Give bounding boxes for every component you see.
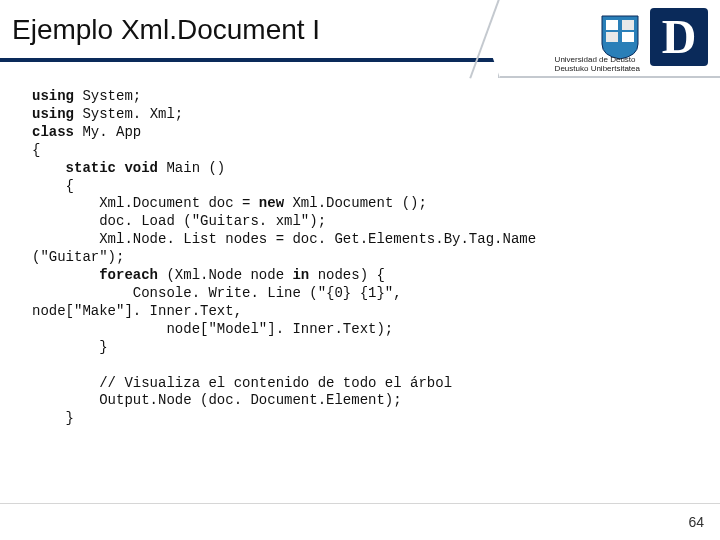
code-l7c: Xml.Document ();	[284, 195, 427, 211]
kw-class: class	[32, 124, 74, 140]
code-l12: node["Model"]. Inner.Text);	[32, 321, 393, 337]
code-l11: Console. Write. Line ("{0} {1}",	[32, 285, 402, 301]
code-l16: }	[32, 410, 74, 426]
kw-using-2: using	[32, 106, 74, 122]
shield-icon	[600, 14, 640, 60]
kw-new: new	[259, 195, 284, 211]
slide-title: Ejemplo Xml.Document I	[12, 14, 320, 46]
kw-static-void: static void	[32, 160, 158, 176]
code-l15: Output.Node (doc. Document.Element);	[32, 392, 402, 408]
code-l2: System. Xml;	[74, 106, 183, 122]
logo-tab: D Universidad de Deusto Deustuko Unibert…	[498, 0, 720, 78]
logo-text: Universidad de Deusto Deustuko Unibertsi…	[555, 56, 640, 74]
kw-in: in	[292, 267, 309, 283]
code-l8: doc. Load ("Guitars. xml");	[32, 213, 326, 229]
page-number: 64	[688, 514, 704, 530]
code-l11b: node["Make"]. Inner.Text,	[32, 303, 242, 319]
code-block: using System; using System. Xml; class M…	[32, 88, 688, 428]
code-l3: My. App	[74, 124, 141, 140]
code-l9b: ("Guitar");	[32, 249, 124, 265]
university-name-eu: Deustuko Unibertsitatea	[555, 65, 640, 74]
code-l10b: (Xml.Node node	[158, 267, 292, 283]
tab-diagonal	[469, 0, 500, 79]
code-l14: // Visualiza el contenido de todo el árb…	[32, 375, 452, 391]
logo-letter: D	[650, 8, 708, 66]
footer-divider	[0, 503, 720, 504]
kw-foreach: foreach	[32, 267, 158, 283]
code-l9: Xml.Node. List nodes = doc. Get.Elements…	[32, 231, 536, 247]
kw-using-1: using	[32, 88, 74, 104]
code-l6: {	[32, 178, 74, 194]
svg-rect-3	[622, 32, 634, 42]
code-l10d: nodes) {	[309, 267, 385, 283]
code-l4: {	[32, 142, 40, 158]
svg-rect-2	[606, 32, 618, 42]
code-l13: }	[32, 339, 108, 355]
svg-rect-0	[606, 20, 618, 30]
code-l5: Main ()	[158, 160, 225, 176]
code-l7a: Xml.Document doc =	[32, 195, 259, 211]
slide: Ejemplo Xml.Document I D Universidad de …	[0, 0, 720, 540]
code-l1: System;	[74, 88, 141, 104]
svg-rect-1	[622, 20, 634, 30]
